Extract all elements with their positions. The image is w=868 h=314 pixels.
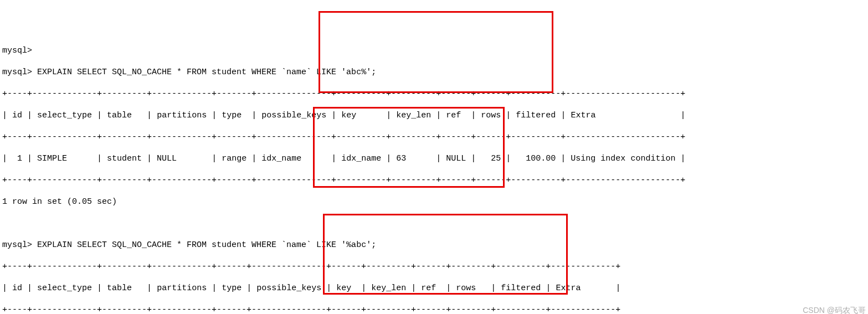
table-border: +----+-------------+---------+----------… [2, 175, 868, 186]
table-border: +----+-------------+---------+----------… [2, 89, 868, 100]
prompt-empty: mysql> [2, 45, 868, 56]
table-row-0: | 1 | SIMPLE | student | NULL | range | … [2, 153, 868, 164]
watermark-text: CSDN @码农飞哥 [803, 305, 866, 314]
table-border: +----+-------------+---------+----------… [2, 261, 868, 272]
table-header-0: | id | select_type | table | partitions … [2, 110, 868, 121]
table-border: +----+-------------+---------+----------… [2, 132, 868, 143]
query-line-0: mysql> EXPLAIN SELECT SQL_NO_CACHE * FRO… [2, 67, 868, 78]
query-line-1: mysql> EXPLAIN SELECT SQL_NO_CACHE * FRO… [2, 240, 868, 251]
table-header-1: | id | select_type | table | partitions … [2, 283, 868, 294]
result-footer-0: 1 row in set (0.05 sec) [2, 197, 868, 208]
table-border: +----+-------------+---------+----------… [2, 305, 868, 314]
blank [2, 218, 868, 229]
